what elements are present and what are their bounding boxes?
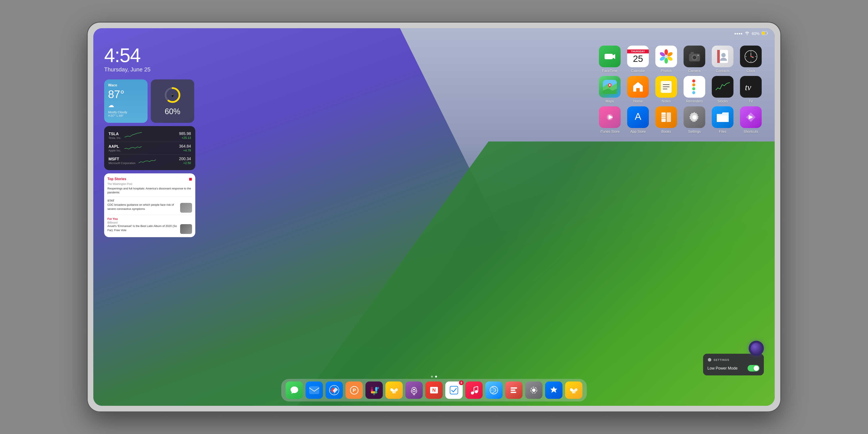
stocks-icon xyxy=(712,76,734,98)
svg-rect-61 xyxy=(371,387,373,389)
svg-text:📱: 📱 xyxy=(170,93,175,97)
contacts-icon xyxy=(712,45,734,67)
reminders-label: Reminders xyxy=(686,99,703,103)
dock-safari[interactable] xyxy=(326,381,343,399)
svg-point-86 xyxy=(532,389,535,392)
svg-point-16 xyxy=(694,57,695,58)
battery-percent: 60% xyxy=(165,107,180,116)
stock-info-tsla: TSLA Tesla, Inc. xyxy=(108,132,121,140)
stock-change-tsla: +25.13 xyxy=(179,136,191,140)
battery-widget[interactable]: 📱 60% xyxy=(151,80,194,123)
app-clock[interactable]: Clock xyxy=(738,45,764,74)
dock: P xyxy=(281,379,587,401)
news-widget[interactable]: Top Stories ◼ The Washington Post Reopen… xyxy=(104,174,195,237)
news-section-top: Top Stories xyxy=(107,177,126,181)
news-title-3: Anuel's 'Emmanuel' Is the Best Latin Alb… xyxy=(107,224,178,232)
app-itunes[interactable]: iTunes Store xyxy=(597,106,623,134)
app-calendar[interactable]: Thursday 25 Calendar xyxy=(625,45,651,74)
siri-button[interactable] xyxy=(749,341,764,356)
dock-news[interactable]: N xyxy=(425,381,443,399)
app-books[interactable]: Books xyxy=(653,106,679,134)
app-home[interactable]: Home xyxy=(625,76,651,104)
news-source-1: The Washington Post xyxy=(107,183,192,186)
svg-rect-62 xyxy=(375,387,377,391)
tv-label: TV xyxy=(749,99,753,103)
desktop-background: ●●●● 60% 4:54 xyxy=(87,22,781,412)
app-facetime[interactable]: FaceTime xyxy=(597,45,623,74)
app-shortcuts[interactable]: Shortcuts xyxy=(738,106,764,134)
svg-text:tv: tv xyxy=(745,83,751,92)
stocks-label: Stocks xyxy=(717,99,728,103)
shortcuts-icon xyxy=(740,106,762,128)
dock-podcast[interactable] xyxy=(405,381,423,399)
svg-point-74 xyxy=(471,392,474,395)
dock-slack[interactable] xyxy=(365,381,383,399)
home-icon xyxy=(627,76,649,98)
dock-messages[interactable] xyxy=(286,381,303,399)
news-title-1: Reopenings and full hospitals: America's… xyxy=(107,187,192,194)
stock-price-tsla: 985.98 +25.13 xyxy=(179,131,191,140)
dock-appstore[interactable] xyxy=(545,381,562,399)
stock-price-msft: 200.34 +2.50 xyxy=(179,157,191,165)
dock-mail[interactable] xyxy=(306,381,323,399)
app-settings[interactable]: Settings xyxy=(681,106,707,134)
stock-row-aapl: AAPL Apple Inc. 364.84 +4.78 xyxy=(108,142,191,155)
app-appstore[interactable]: A App Store xyxy=(625,106,651,134)
stock-ticker-aapl: AAPL xyxy=(108,144,121,149)
appstore-label: App Store xyxy=(630,130,646,134)
dock-tasks[interactable]: 8 xyxy=(445,381,463,399)
svg-text:P: P xyxy=(352,388,356,393)
svg-rect-44 xyxy=(666,113,671,122)
maps-icon xyxy=(599,76,621,98)
dock-pocket[interactable]: P xyxy=(345,381,363,399)
svg-text:N: N xyxy=(432,388,436,393)
stocks-widget[interactable]: TSLA Tesla, Inc. 985.98 +25.13 xyxy=(104,126,195,170)
calendar-label: Calendar xyxy=(631,69,645,73)
clock-time: 4:54 xyxy=(104,45,195,65)
dock-butterfly2[interactable] xyxy=(565,381,582,399)
itunes-icon xyxy=(599,106,621,128)
facetime-label: FaceTime xyxy=(602,69,618,73)
page-dot-2[interactable] xyxy=(435,376,437,378)
settings-popup: SETTINGS Low Power Mode xyxy=(703,354,764,375)
calendar-day: Thursday xyxy=(627,50,649,53)
dock-netx[interactable] xyxy=(485,381,503,399)
app-stocks[interactable]: Stocks xyxy=(710,76,736,104)
svg-rect-73 xyxy=(450,386,458,394)
weather-condition: Mostly Cloudy xyxy=(108,111,144,114)
news-item-2: CDC broadens guidance on which people fa… xyxy=(107,203,192,213)
stock-info-msft: MSFT Microsoft Corporation xyxy=(108,157,135,165)
weather-widget[interactable]: Waco 87° ☁ Mostly Cloudy H:87° L:69° xyxy=(104,80,148,123)
app-files[interactable]: Files xyxy=(710,106,736,134)
clock-date: Thursday, June 25 xyxy=(104,66,195,73)
svg-rect-43 xyxy=(661,113,666,122)
stock-ticker-msft: MSFT xyxy=(108,157,135,161)
page-dot-1[interactable] xyxy=(431,376,433,378)
books-label: Books xyxy=(661,130,671,134)
stock-row-tsla: TSLA Tesla, Inc. 985.98 +25.13 xyxy=(108,129,191,142)
dock-settings[interactable] xyxy=(525,381,542,399)
settings-popup-row: Low Power Mode xyxy=(707,365,760,372)
left-panel: 4:54 Thursday, June 25 Waco 87° ☁ Mostly… xyxy=(104,45,195,237)
low-power-mode-toggle[interactable] xyxy=(748,365,760,372)
reminders-icon xyxy=(684,76,705,98)
app-maps[interactable]: Maps xyxy=(597,76,623,104)
svg-rect-17 xyxy=(691,52,694,54)
svg-rect-63 xyxy=(377,387,379,389)
dock-music[interactable] xyxy=(465,381,483,399)
dock-butterfly[interactable] xyxy=(385,381,403,399)
dock-tot[interactable] xyxy=(505,381,523,399)
news-section-stat: STAT xyxy=(107,199,192,202)
app-photos[interactable]: Photos xyxy=(653,45,679,74)
app-notes[interactable]: Notes xyxy=(653,76,679,104)
app-camera[interactable]: Camera xyxy=(681,45,707,74)
svg-point-49 xyxy=(749,116,752,119)
photos-label: Photos xyxy=(661,69,672,73)
app-tv[interactable]: tv TV xyxy=(738,76,764,104)
camera-label: Camera xyxy=(688,69,701,73)
app-reminders[interactable]: Reminders xyxy=(681,76,707,104)
contacts-label: Contacts xyxy=(716,69,729,73)
tv-icon: tv xyxy=(740,76,762,98)
siri-inner xyxy=(751,343,762,354)
app-contacts[interactable]: Contacts xyxy=(710,45,736,74)
